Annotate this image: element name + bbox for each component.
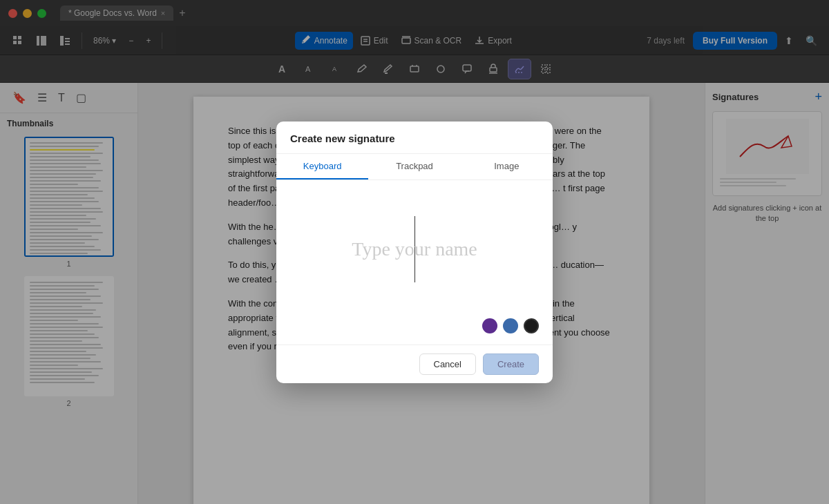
color-blue[interactable] <box>503 318 518 333</box>
color-purple[interactable] <box>482 318 497 333</box>
modal-actions: Cancel Create <box>276 345 553 383</box>
signature-input-area[interactable]: Type your name <box>290 194 539 304</box>
modal-body: Type your name <box>276 180 553 318</box>
tab-keyboard[interactable]: Keyboard <box>276 154 368 180</box>
color-black[interactable] <box>524 318 539 333</box>
color-picker-row <box>276 318 553 345</box>
cancel-button[interactable]: Cancel <box>419 353 476 375</box>
tab-image[interactable]: Image <box>461 154 553 180</box>
create-button[interactable]: Create <box>483 353 539 375</box>
modal-overlay: Create new signature Keyboard Trackpad I… <box>0 0 829 504</box>
modal-header: Create new signature <box>276 122 553 154</box>
modal-tabs: Keyboard Trackpad Image <box>276 154 553 180</box>
tab-trackpad[interactable]: Trackpad <box>368 154 460 180</box>
create-signature-modal: Create new signature Keyboard Trackpad I… <box>276 122 553 383</box>
signature-placeholder: Type your name <box>352 238 477 260</box>
modal-title: Create new signature <box>290 133 395 144</box>
